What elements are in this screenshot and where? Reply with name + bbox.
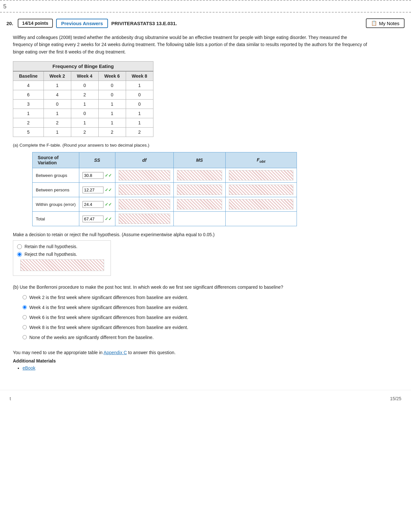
table-cell: 0 [126, 90, 153, 100]
table-cell: 1 [13, 109, 44, 118]
additional-materials-list: eBook [23, 365, 398, 371]
intro-text: Wilfley and colleagues (2008) tested whe… [13, 34, 367, 55]
f-table-wrapper: Source ofVariation SS df MS Fobt Between… [32, 152, 398, 226]
col-week2: Week 2 [44, 71, 71, 81]
f-table-df-cell[interactable] [115, 183, 173, 197]
table-cell: 6 [13, 90, 44, 100]
f-table-ms-cell[interactable] [173, 183, 225, 197]
table-cell: 0 [126, 100, 153, 109]
table-cell: 1 [44, 109, 71, 118]
f-table-fobt-cell[interactable] [225, 197, 297, 212]
list-item[interactable]: Week 4 is the first week where significa… [23, 304, 398, 311]
part-a-instruction: (a) Complete the F-table. (Round your an… [13, 143, 398, 148]
part-b-option-label: Week 2 is the first week where significa… [29, 294, 188, 301]
table-cell: 0 [71, 81, 98, 90]
part-b-option-label: Week 4 is the first week where significa… [29, 304, 188, 311]
ms-answer-garbled [177, 170, 222, 180]
ebook-item: eBook [23, 365, 398, 371]
df-answer-garbled [119, 214, 170, 224]
f-table-ss-cell[interactable]: ✓✓ [79, 197, 115, 212]
retain-radio[interactable] [17, 244, 22, 249]
f-table-source-cell: Between groups [33, 168, 79, 183]
decision-option-retain[interactable]: Retain the null hypothesis. [17, 244, 104, 249]
f-table-df-cell[interactable] [115, 168, 173, 183]
df-answer-garbled [119, 185, 170, 195]
table-cell: 1 [71, 100, 98, 109]
ss-input[interactable] [83, 187, 103, 193]
f-table-ms-cell[interactable] [173, 197, 225, 212]
appendix-text-after: to answer this question. [128, 350, 176, 355]
my-notes-button[interactable]: 📋 My Notes [366, 18, 405, 28]
part-b-option-label: Week 6 is the first week where significa… [29, 314, 188, 321]
f-table-ss-cell[interactable]: ✓✓ [79, 183, 115, 197]
f-table: Source ofVariation SS df MS Fobt Between… [32, 152, 297, 226]
f-table-fobt-cell[interactable] [225, 168, 297, 183]
frequency-table: Frequency of Binge Eating Baseline Week … [13, 61, 153, 137]
table-row: 11011 [13, 109, 153, 118]
table-cell: 4 [44, 90, 71, 100]
part-b-prompt: (b) Use the Bonferroni procedure to make… [13, 284, 335, 291]
page-number: 15/25 [390, 396, 401, 401]
list-item[interactable]: Week 2 is the first week where significa… [23, 294, 398, 301]
table-cell: 0 [98, 90, 126, 100]
list-item[interactable]: Week 6 is the first week where significa… [23, 314, 398, 321]
my-notes-label: My Notes [379, 21, 399, 26]
part-b-radio-0[interactable] [23, 295, 27, 299]
table-cell: 1 [98, 109, 126, 118]
appendix-link[interactable]: Appendix C [103, 350, 127, 355]
decision-box: Retain the null hypothesis. Reject the n… [13, 240, 111, 276]
f-table-ss-cell[interactable]: ✓✓ [79, 212, 115, 226]
decision-prompt: Make a decision to retain or reject the … [13, 232, 303, 237]
f-table-df-cell[interactable] [115, 197, 173, 212]
table-cell: 1 [71, 118, 98, 128]
list-item[interactable]: None of the weeks are significantly diff… [23, 334, 398, 341]
table-cell: 2 [71, 128, 98, 137]
table-cell: 2 [126, 128, 153, 137]
f-table-ms-cell[interactable] [173, 212, 225, 226]
f-table-ms-cell[interactable] [173, 168, 225, 183]
col-week4: Week 4 [71, 71, 98, 81]
ss-input[interactable] [83, 172, 103, 179]
f-table-header-df: df [115, 152, 173, 168]
ss-input[interactable] [83, 201, 103, 208]
df-answer-garbled [119, 170, 170, 180]
reject-label: Reject the null hypothesis. [24, 252, 77, 257]
table-cell: 1 [98, 118, 126, 128]
problem-id: PRIVITERASTATS3 13.E.031. [111, 21, 362, 26]
part-b-radio-3[interactable] [23, 325, 27, 329]
table-cell: 2 [98, 128, 126, 137]
f-table-row: Total ✓✓ [33, 212, 297, 226]
table-cell: 4 [13, 81, 44, 90]
ebook-link[interactable]: eBook [23, 365, 35, 371]
table-cell: 1 [126, 118, 153, 128]
decision-option-reject[interactable]: Reject the null hypothesis. [17, 252, 104, 257]
list-item[interactable]: Week 8 is the first week where significa… [23, 324, 398, 331]
table-row: 51222 [13, 128, 153, 137]
f-table-df-cell[interactable] [115, 212, 173, 226]
fobt-answer-garbled [229, 170, 293, 180]
part-b-radio-2[interactable] [23, 315, 27, 319]
corner-label: 5 [0, 3, 6, 10]
footer-text: You may need to use the appropriate tabl… [13, 350, 398, 355]
part-b-radio-1[interactable] [23, 305, 27, 309]
frequency-table-wrapper: Frequency of Binge Eating Baseline Week … [13, 61, 398, 137]
f-table-header-source: Source ofVariation [33, 152, 79, 168]
retain-label: Retain the null hypothesis. [24, 244, 77, 249]
f-table-ss-cell[interactable]: ✓✓ [79, 168, 115, 183]
part-b-option-label: None of the weeks are significantly diff… [29, 334, 154, 341]
freq-table-title: Frequency of Binge Eating [13, 62, 153, 72]
points-badge[interactable]: 14/14 points [18, 19, 53, 28]
f-table-fobt-cell[interactable] [225, 212, 297, 226]
f-table-row: Between groups ✓✓ [33, 168, 297, 183]
table-cell: 5 [13, 128, 44, 137]
part-b-radio-4[interactable] [23, 335, 27, 339]
part-b-options: Week 2 is the first week where significa… [13, 294, 398, 341]
f-table-fobt-cell[interactable] [225, 183, 297, 197]
check-icon: ✓✓ [105, 217, 112, 221]
my-notes-icon: 📋 [371, 20, 377, 26]
reject-radio[interactable] [17, 252, 22, 257]
ss-input[interactable] [83, 216, 103, 222]
previous-answers-button[interactable]: Previous Answers [56, 19, 108, 28]
page-footer: t 15/25 [0, 390, 411, 407]
f-table-row: Between persons ✓✓ [33, 183, 297, 197]
